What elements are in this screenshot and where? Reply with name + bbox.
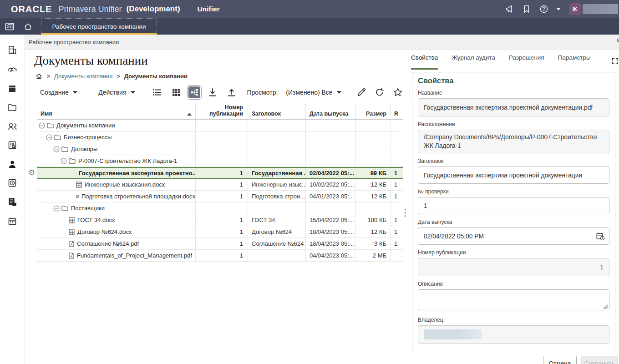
table-row-file[interactable]: Fundamentals_of_Project_Management.pdf10…	[37, 250, 403, 262]
table-row-file[interactable]: Договор №624.docx1Договор №62418/04/2023…	[37, 226, 403, 238]
table-row-folder[interactable]: Бизнес-процессы	[37, 131, 403, 143]
table-row-folder[interactable]: Поставщики	[37, 202, 403, 214]
table-row-folder[interactable]: Договоры	[37, 143, 403, 155]
row-issue-date: 10/02/2022 05:...	[306, 179, 356, 190]
properties-section-title: Свойства	[418, 76, 609, 85]
settings-gear-icon[interactable]: ⚙	[616, 37, 619, 44]
favorite-star-icon[interactable]	[392, 87, 403, 98]
grid-view-icon[interactable]	[171, 87, 182, 98]
table-row-file[interactable]: Подготовка строительной площадки.docx1По…	[37, 191, 403, 202]
collapse-icon[interactable]	[39, 122, 45, 129]
users-icon[interactable]	[7, 121, 18, 132]
field-input[interactable]	[418, 167, 609, 184]
list-view-icon[interactable]	[152, 87, 162, 98]
shell-icon[interactable]	[7, 83, 18, 94]
column-header-name[interactable]: Имя	[41, 111, 52, 117]
table-row-file[interactable]: ГОСТ 34.docx1ГОСТ 3415/04/2022 05:...180…	[37, 214, 403, 226]
breadcrumb-home-icon[interactable]	[35, 72, 43, 80]
analytics-icon[interactable]	[4, 21, 15, 32]
view-filter-value[interactable]: (Изменено) Все	[286, 89, 332, 96]
row-issue-date	[306, 120, 356, 131]
company-icon[interactable]	[7, 45, 18, 56]
create-menu-button[interactable]: Создание	[40, 89, 69, 96]
row-name: Документы компании	[56, 122, 115, 129]
collapse-icon[interactable]	[61, 158, 67, 164]
collapse-icon[interactable]	[53, 205, 60, 212]
sort-ascending-icon[interactable]	[187, 113, 192, 116]
properties-form: Свойства НазваниеГосударственная эксперт…	[412, 72, 615, 351]
table-row-file[interactable]: Соглашение №624.pdf1Соглашение №62418/04…	[37, 238, 403, 250]
download-icon[interactable]	[207, 87, 218, 98]
panel-tab-3[interactable]: Параметры	[558, 54, 591, 70]
column-header-title[interactable]: Заголовок	[248, 103, 306, 119]
row-revision: 1	[391, 226, 403, 238]
panel-tab-1[interactable]: Журнал аудита	[452, 54, 495, 70]
panel-resize-handle[interactable]	[403, 205, 407, 220]
row-issue-date	[306, 143, 356, 155]
cancel-button[interactable]: Отмена	[543, 356, 577, 364]
left-nav-rail	[0, 35, 25, 364]
field-value-readonly	[418, 325, 609, 344]
page-title: Документы компании	[34, 54, 148, 68]
table-row-folder[interactable]: Р-0007-Строительство ЖК Ладога-1	[37, 155, 403, 167]
calendar-icon[interactable]	[7, 216, 18, 227]
column-header-publication[interactable]: Номерпубликации	[196, 103, 248, 119]
file-icon-pdf	[69, 253, 74, 259]
field-name: НазваниеГосударственная экспертиза проек…	[418, 90, 609, 116]
view-filter-caret[interactable]	[337, 91, 341, 94]
row-issue-date	[306, 202, 356, 214]
row-name: Соглашение №624.pdf	[77, 240, 139, 247]
user-avatar[interactable]: IK	[569, 3, 581, 15]
field-textarea[interactable]	[418, 289, 609, 310]
row-size	[356, 155, 391, 167]
calendar-clock-icon[interactable]	[595, 231, 605, 241]
reports-icon[interactable]	[7, 197, 18, 207]
breadcrumb-link-parent[interactable]: Документы компании	[54, 73, 113, 80]
row-revision	[391, 250, 403, 261]
actions-menu-caret[interactable]	[131, 91, 135, 94]
expand-panel-icon[interactable]	[611, 57, 619, 65]
refresh-icon[interactable]	[374, 87, 385, 98]
row-gear-icon[interactable]: ⚙	[28, 169, 35, 177]
row-publication-number	[196, 143, 248, 155]
edit-pencil-icon[interactable]	[356, 87, 367, 98]
field-label: № проверки	[418, 188, 609, 195]
time-log-icon[interactable]	[7, 177, 18, 188]
row-revision: 1	[391, 214, 403, 226]
actions-menu-button[interactable]: Действия	[98, 89, 126, 96]
field-date-input[interactable]	[418, 228, 609, 245]
help-icon[interactable]	[539, 4, 549, 14]
properties-panel-tabs: СвойстваЖурнал аудитаРазрешенияПараметры	[411, 54, 591, 70]
create-menu-caret[interactable]	[73, 91, 77, 94]
workspace-tab-bar: Рабочее пространство компании	[0, 18, 619, 35]
owner-name-redacted	[424, 329, 482, 339]
column-header-size[interactable]: Размер	[356, 103, 391, 119]
tree-view-button-active[interactable]	[187, 85, 202, 100]
collapse-icon[interactable]	[53, 146, 60, 152]
handshake-icon[interactable]	[7, 65, 18, 76]
tab-company-workspace[interactable]: Рабочее пространство компании	[41, 18, 157, 35]
table-row-folder[interactable]: Документы компании	[37, 120, 403, 131]
panel-tab-0[interactable]: Свойства	[411, 54, 438, 70]
row-size	[356, 131, 391, 143]
documents-tree-table: Документы компанииБизнес-процессыДоговор…	[37, 120, 403, 262]
row-issue-date	[306, 131, 356, 143]
row-revision: 1	[391, 238, 403, 249]
table-row-file[interactable]: Государственная экспертиза проектно...1Г…	[37, 167, 403, 179]
save-button-disabled[interactable]: Сохранить	[581, 356, 618, 364]
announcements-icon[interactable]	[504, 4, 514, 14]
collapse-icon[interactable]	[46, 134, 52, 141]
column-header-revision[interactable]: R	[391, 103, 403, 119]
column-header-date[interactable]: Дата выпуска	[306, 103, 356, 119]
form-search-icon[interactable]	[7, 140, 18, 151]
field-input[interactable]	[418, 197, 609, 214]
table-row-file[interactable]: Инженерные изыскания.docx1Инженерные изы…	[37, 179, 403, 191]
home-tab-icon[interactable]	[23, 22, 33, 31]
folder-icon	[61, 146, 68, 152]
user-admin-icon[interactable]	[7, 159, 18, 170]
bookmark-icon[interactable]	[522, 4, 532, 14]
panel-tab-2[interactable]: Разрешения	[509, 54, 544, 70]
help-dropdown-caret[interactable]	[556, 8, 561, 10]
upload-icon[interactable]	[226, 87, 237, 98]
documents-folder-icon[interactable]	[7, 102, 18, 113]
